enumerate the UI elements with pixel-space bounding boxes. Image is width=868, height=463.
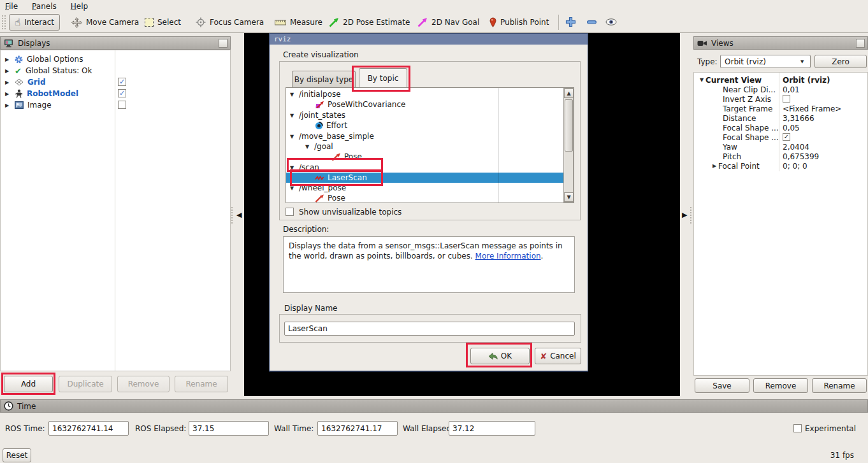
right-splitter-handle[interactable]	[690, 207, 692, 224]
scroll-up-button[interactable]: ▲	[564, 89, 574, 98]
property-value[interactable]: 0,01	[783, 85, 800, 94]
expander-open-icon[interactable]: ▼	[290, 92, 296, 97]
rename-view-button[interactable]: Rename	[812, 378, 867, 393]
property-value[interactable]: <Fixed Frame>	[783, 104, 841, 113]
more-information-link[interactable]: More Information	[475, 252, 541, 260]
view-type-select[interactable]: Orbit (rviz) ▼	[720, 55, 811, 68]
expander-open-icon[interactable]: ▼	[700, 77, 705, 83]
property-name[interactable]: Yaw	[723, 142, 737, 152]
expander-open-icon[interactable]: ▼	[290, 113, 296, 118]
views-float-button[interactable]	[856, 39, 865, 48]
menu-panels[interactable]: Panels	[32, 2, 57, 11]
tool-2d-pose-estimate[interactable]: 2D Pose Estimate	[324, 14, 415, 31]
collapse-left-icon[interactable]: ◀	[236, 211, 242, 219]
topic-row-wheel-pose[interactable]: ▼ /wheel_pose	[290, 183, 568, 193]
topic-row-goal[interactable]: ▼ /goal	[305, 141, 574, 152]
expander-open-icon[interactable]: ▼	[290, 185, 296, 191]
topic-row-effort[interactable]: Effort	[315, 120, 574, 131]
experimental-checkbox[interactable]	[793, 424, 802, 432]
collapse-right-icon[interactable]: ▶	[682, 211, 687, 219]
zoom-out-button[interactable]	[587, 20, 597, 24]
display-row-global-options[interactable]: ▶ Global Options	[5, 53, 83, 65]
left-splitter[interactable]: ◀	[236, 33, 244, 396]
displays-panel-header[interactable]: Displays	[0, 36, 231, 50]
display-row-robotmodel[interactable]: ▶ RobotModel	[5, 88, 78, 99]
expander-closed-icon[interactable]: ▶	[5, 68, 11, 74]
zoom-in-button[interactable]	[565, 17, 576, 27]
views-row-focal-point[interactable]: ▶ Focal Point	[712, 161, 760, 171]
grid-enabled-checkbox[interactable]: ✓	[118, 78, 126, 86]
property-value[interactable]: 2,0404	[783, 142, 809, 152]
property-value[interactable]: 0; 0; 0	[783, 161, 807, 171]
topic-row-initialpose[interactable]: ▼ /initialpose	[290, 89, 568, 99]
zero-view-button[interactable]: Zero	[814, 55, 867, 68]
add-display-button[interactable]: Add	[4, 376, 53, 392]
property-value[interactable]: 3,31666	[783, 113, 814, 123]
display-row-grid[interactable]: ▶ Grid	[5, 76, 45, 88]
property-value[interactable]: 0,675399	[783, 152, 819, 161]
wall-elapsed-input[interactable]	[449, 421, 535, 436]
scrollbar-thumb[interactable]	[565, 99, 573, 152]
expander-open-icon[interactable]: ▼	[305, 144, 311, 150]
topic-row-wheel-pose-pose[interactable]: Pose	[315, 193, 574, 203]
topic-row-laserscan-selected[interactable]: LaserScan	[286, 173, 564, 183]
tool-move-camera[interactable]: Move Camera	[66, 14, 144, 31]
display-name-input[interactable]	[284, 322, 575, 336]
duplicate-display-button[interactable]: Duplicate	[59, 376, 112, 392]
property-name[interactable]: Pitch	[723, 152, 741, 161]
remove-display-button[interactable]: Remove	[117, 376, 170, 392]
expander-closed-icon[interactable]: ▶	[712, 163, 718, 169]
ros-time-input[interactable]	[48, 421, 129, 436]
expander-closed-icon[interactable]: ▶	[5, 91, 11, 97]
expander-open-icon[interactable]: ▼	[290, 134, 296, 139]
remove-view-button[interactable]: Remove	[753, 378, 808, 393]
visibility-button[interactable]	[605, 18, 617, 25]
tool-2d-nav-goal[interactable]: 2D Nav Goal	[412, 14, 484, 31]
ros-elapsed-input[interactable]	[189, 421, 269, 436]
topic-row-posewithcovariance[interactable]: PoseWithCovariance	[315, 99, 574, 110]
menu-help[interactable]: Help	[71, 2, 88, 11]
robotmodel-enabled-checkbox[interactable]: ✓	[118, 89, 126, 97]
scroll-down-button[interactable]: ▼	[564, 192, 574, 202]
views-row-current-view[interactable]: ▼ Current View	[700, 75, 762, 85]
displays-float-button[interactable]	[219, 39, 228, 48]
save-view-button[interactable]: Save	[695, 378, 749, 393]
expander-closed-icon[interactable]: ▶	[5, 103, 11, 108]
topic-tree-scrollbar[interactable]: ▲ ▼	[563, 88, 574, 203]
toolbar-drag-handle[interactable]	[2, 15, 6, 29]
property-name[interactable]: Invert Z Axis	[723, 94, 771, 104]
property-name[interactable]: Near Clip Di...	[723, 85, 776, 94]
tab-by-display-type[interactable]: By display type	[292, 71, 356, 87]
tool-publish-point[interactable]: Publish Point	[484, 14, 554, 31]
property-name[interactable]: Focal Shape ...	[723, 123, 779, 132]
views-tree[interactable]	[693, 72, 868, 376]
property-name[interactable]: Target Frame	[723, 104, 772, 113]
topic-tree[interactable]: ▼ /initialpose PoseWithCovariance ▼ /joi…	[286, 87, 574, 203]
wall-time-input[interactable]	[317, 421, 398, 436]
right-splitter[interactable]: ▶	[680, 33, 693, 396]
tool-focus-camera[interactable]: Focus Camera	[191, 14, 269, 31]
expander-closed-icon[interactable]: ▶	[5, 80, 11, 85]
reset-button[interactable]: Reset	[3, 448, 31, 462]
expander-open-icon[interactable]: ▼	[290, 165, 296, 171]
tool-select[interactable]: Select	[140, 14, 186, 31]
menu-file[interactable]: File	[5, 2, 18, 11]
tool-interact[interactable]: ☝ Interact	[9, 14, 60, 31]
rename-display-button[interactable]: Rename	[175, 376, 228, 392]
topic-row-joint-states[interactable]: ▼ /joint_states	[290, 110, 568, 120]
image-enabled-checkbox[interactable]	[118, 101, 126, 109]
tool-measure[interactable]: Measure	[270, 14, 328, 31]
topic-row-move-base-simple[interactable]: ▼ /move_base_simple	[290, 131, 568, 141]
topic-row-scan[interactable]: ▼ /scan	[290, 162, 568, 173]
show-unvisualizable-checkbox[interactable]	[286, 208, 294, 216]
display-row-image[interactable]: ▶ Image	[5, 99, 52, 111]
property-name[interactable]: Distance	[723, 113, 756, 123]
time-panel-header[interactable]: Time	[0, 399, 868, 413]
property-name[interactable]: Focal Shape ...	[723, 132, 779, 142]
views-panel-header[interactable]: Views	[693, 36, 868, 50]
cancel-button[interactable]: ✘ Cancel	[535, 348, 581, 364]
invert-z-axis-checkbox[interactable]	[783, 95, 790, 103]
tab-by-topic[interactable]: By topic	[359, 68, 407, 87]
topic-row-goal-pose[interactable]: Pose	[331, 152, 574, 162]
property-value[interactable]: 0,05	[783, 123, 800, 132]
